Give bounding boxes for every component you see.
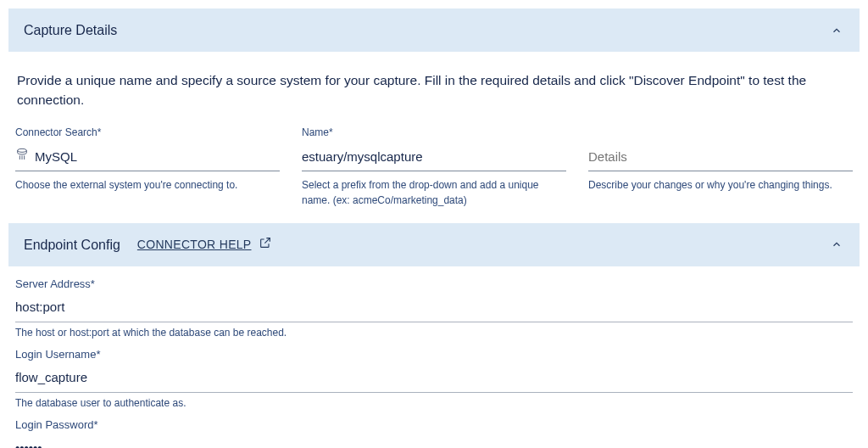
connector-search-input[interactable] — [15, 145, 280, 171]
login-password-field: Login Password* Password for the specifi… — [15, 417, 853, 448]
capture-details-intro: Provide a unique name and specify a sour… — [17, 70, 851, 110]
database-icon — [15, 148, 29, 166]
login-username-helper: The database user to authenticate as. — [15, 396, 853, 411]
details-helper: Describe your changes or why you're chan… — [588, 177, 853, 193]
login-username-label: Login Username* — [15, 347, 853, 363]
login-username-input[interactable] — [15, 367, 853, 393]
capture-details-header[interactable]: Capture Details — [8, 8, 860, 52]
chevron-up-icon[interactable] — [829, 237, 844, 252]
login-password-label: Login Password* — [15, 417, 853, 434]
login-password-input[interactable] — [15, 437, 853, 448]
name-text[interactable] — [302, 148, 566, 166]
login-password-text[interactable] — [15, 439, 853, 448]
name-helper: Select a prefix from the drop-down and a… — [302, 177, 566, 208]
connector-search-field: Connector Search* Choose the external sy… — [15, 126, 280, 208]
server-address-helper: The host or host:port at which the datab… — [15, 326, 853, 340]
name-label: Name* — [302, 126, 566, 140]
capture-details-fields: Connector Search* Choose the external sy… — [15, 126, 853, 208]
capture-details-title: Capture Details — [24, 20, 117, 40]
login-username-text[interactable] — [15, 368, 853, 387]
capture-details-panel: Capture Details Provide a unique name an… — [8, 8, 860, 216]
connector-search-text[interactable] — [35, 148, 280, 166]
endpoint-config-header[interactable]: Endpoint Config CONNECTOR HELP — [8, 223, 860, 266]
endpoint-config-body: Server Address* The host or host:port at… — [8, 266, 860, 448]
details-text[interactable] — [588, 148, 853, 166]
name-input[interactable] — [302, 145, 566, 171]
connector-help-label: CONNECTOR HELP — [137, 236, 252, 253]
details-label — [588, 126, 853, 140]
details-input[interactable] — [588, 145, 853, 171]
server-address-input[interactable] — [15, 296, 853, 322]
server-address-text[interactable] — [15, 298, 853, 316]
endpoint-config-panel: Endpoint Config CONNECTOR HELP Server Ad… — [8, 223, 860, 448]
connector-search-label: Connector Search* — [15, 126, 280, 140]
server-address-field: Server Address* The host or host:port at… — [15, 277, 853, 340]
connector-help-link[interactable]: CONNECTOR HELP — [137, 236, 272, 254]
login-username-field: Login Username* The database user to aut… — [15, 347, 853, 411]
external-link-icon — [259, 236, 272, 254]
name-field: Name* Select a prefix from the drop-down… — [302, 126, 566, 208]
capture-details-body: Provide a unique name and specify a sour… — [8, 52, 860, 216]
endpoint-config-title: Endpoint Config — [24, 235, 120, 255]
details-field: Describe your changes or why you're chan… — [588, 126, 853, 208]
server-address-label: Server Address* — [15, 277, 853, 293]
chevron-up-icon[interactable] — [829, 23, 844, 38]
connector-search-helper: Choose the external system you're connec… — [15, 177, 280, 193]
